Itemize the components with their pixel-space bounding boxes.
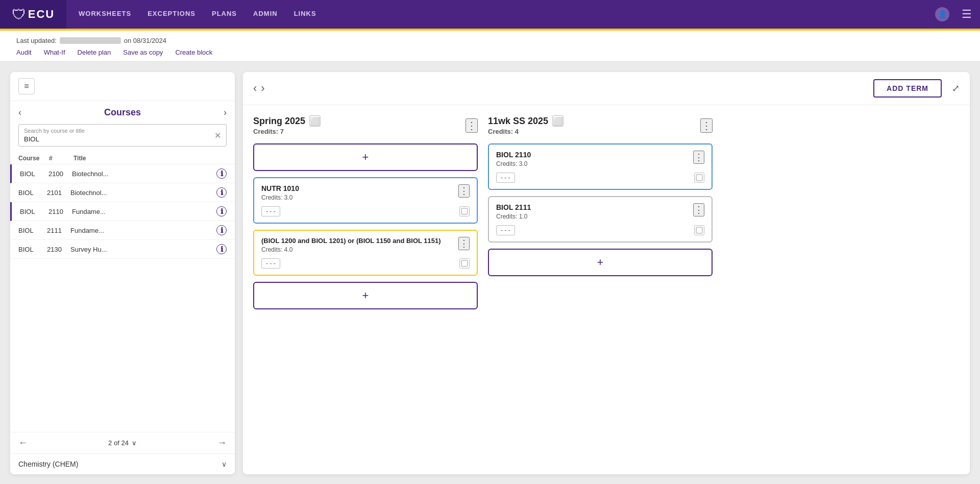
term-title: 11wk SS 2025 ⬜	[488, 115, 564, 127]
course-more-button[interactable]: ⋮	[693, 151, 704, 164]
term-copy-icon[interactable]: ⬜	[552, 115, 564, 127]
course-num: 2110	[48, 208, 69, 215]
course-checkbox[interactable]	[459, 206, 470, 216]
course-info-button[interactable]: ℹ	[216, 187, 227, 198]
list-item[interactable]: BIOL 2100 Biotechnol... ℹ	[10, 164, 235, 183]
terms-grid: Spring 2025 ⬜ Credits: 7 ⋮ +	[243, 105, 970, 474]
col-header-course: Course	[18, 155, 45, 162]
subheader: Last updated: on 08/31/2024 Audit What-I…	[0, 31, 980, 62]
svg-rect-1	[461, 260, 468, 267]
course-card-header: BIOL 2110 Credits: 3.0 ⋮	[496, 151, 704, 167]
search-clear-button[interactable]: ✕	[214, 131, 221, 140]
course-info-button[interactable]: ℹ	[216, 206, 227, 216]
top-nav: 🛡 ECU WORKSHEETS EXCEPTIONS PLANS ADMIN …	[0, 0, 980, 31]
course-card-biol-combo: (BIOL 1200 and BIOL 1201) or (BIOL 1150 …	[253, 230, 478, 276]
chemistry-expand-icon: ∨	[222, 460, 227, 468]
course-more-button[interactable]: ⋮	[458, 184, 470, 198]
course-num: 2100	[48, 170, 69, 178]
last-updated-name-redacted	[60, 37, 121, 44]
course-card-credits: Credits: 3.0	[261, 194, 299, 201]
save-copy-link[interactable]: Save as copy	[123, 49, 163, 56]
create-block-link[interactable]: Create block	[175, 49, 212, 56]
user-profile[interactable]: 👤	[935, 7, 953, 21]
course-dept: BIOL	[18, 246, 44, 253]
course-card-title: BIOL 2111	[496, 203, 531, 211]
content-toolbar: ‹ › ADD TERM ⤢	[243, 72, 970, 105]
course-num: 2101	[47, 189, 67, 197]
term-more-button-spring2025[interactable]: ⋮	[465, 118, 478, 133]
course-more-button[interactable]: ⋮	[458, 237, 470, 250]
list-item[interactable]: BIOL 2110 Fundame... ℹ	[10, 202, 235, 221]
nav-plans[interactable]: PLANS	[212, 1, 237, 28]
pagination-next-button[interactable]: →	[217, 438, 227, 448]
grade-badge[interactable]: - - -	[496, 173, 515, 183]
svg-rect-3	[696, 227, 702, 233]
course-card-header: NUTR 1010 Credits: 3.0 ⋮	[261, 184, 470, 201]
term-credits: Credits: 4	[488, 128, 564, 135]
term-prev-button[interactable]: ‹	[253, 82, 257, 95]
nav-exceptions[interactable]: EXCEPTIONS	[148, 1, 195, 28]
nav-links-item[interactable]: LINKS	[294, 1, 316, 28]
course-info-button[interactable]: ℹ	[216, 168, 227, 179]
audit-link[interactable]: Audit	[16, 49, 32, 56]
add-course-button-spring2025-bottom[interactable]: +	[253, 282, 478, 309]
course-card-header: (BIOL 1200 and BIOL 1201) or (BIOL 1150 …	[261, 237, 470, 253]
term-title: Spring 2025 ⬜	[253, 115, 321, 127]
logo[interactable]: 🛡 ECU	[0, 0, 66, 29]
course-card-nutr1010: NUTR 1010 Credits: 3.0 ⋮ - - -	[253, 177, 478, 224]
course-num: 2130	[47, 246, 67, 253]
content-area: ‹ › ADD TERM ⤢ Spring 2025 ⬜	[243, 72, 970, 474]
term-copy-icon[interactable]: ⬜	[309, 115, 321, 127]
term-credits: Credits: 7	[253, 128, 321, 135]
list-item[interactable]: BIOL 2130 Survey Hu... ℹ	[10, 240, 235, 259]
term-more-button-11wkss2025[interactable]: ⋮	[700, 118, 713, 133]
search-placeholder: Search by course or title	[24, 128, 214, 134]
course-name: Survey Hu...	[70, 246, 213, 253]
course-card-title: BIOL 2110	[496, 151, 531, 159]
nav-links: WORKSHEETS EXCEPTIONS PLANS ADMIN LINKS	[66, 1, 935, 28]
course-name: Biotechnol...	[72, 170, 213, 178]
courses-prev-button[interactable]: ‹	[18, 107, 21, 118]
list-item[interactable]: BIOL 2111 Fundame... ℹ	[10, 221, 235, 240]
term-header-11wkss2025: 11wk SS 2025 ⬜ Credits: 4 ⋮	[488, 115, 713, 135]
nav-admin[interactable]: ADMIN	[253, 1, 278, 28]
course-card-header: BIOL 2111 Credits: 1.0 ⋮	[496, 203, 704, 220]
grade-badge[interactable]: - - -	[261, 206, 280, 216]
term-header-spring2025: Spring 2025 ⬜ Credits: 7 ⋮	[253, 115, 478, 135]
course-card-credits: Credits: 3.0	[496, 160, 531, 167]
course-dept: BIOL	[18, 189, 44, 197]
add-course-button-spring2025-top[interactable]: +	[253, 143, 478, 171]
courses-nav: ‹ Courses ›	[10, 101, 235, 124]
avatar: 👤	[935, 7, 949, 21]
course-more-button[interactable]: ⋮	[693, 203, 704, 216]
add-course-button-11wkss2025-bottom[interactable]: +	[488, 249, 713, 276]
course-name: Fundame...	[72, 208, 213, 215]
course-card-biol2111: BIOL 2111 Credits: 1.0 ⋮ - - -	[488, 196, 713, 243]
course-checkbox[interactable]	[694, 225, 704, 235]
list-item[interactable]: BIOL 2101 Biotechnol... ℹ	[10, 183, 235, 202]
course-checkbox[interactable]	[459, 258, 470, 269]
course-info-button[interactable]: ℹ	[216, 244, 227, 254]
course-checkbox[interactable]	[694, 173, 704, 183]
last-updated-date: on 08/31/2024	[124, 37, 166, 44]
courses-next-button[interactable]: ›	[224, 107, 227, 118]
grade-badge[interactable]: - - -	[496, 225, 515, 235]
term-next-button[interactable]: ›	[261, 82, 264, 95]
fullscreen-button[interactable]: ⤢	[952, 83, 960, 94]
add-term-button[interactable]: ADD TERM	[873, 79, 942, 98]
delete-plan-link[interactable]: Delete plan	[78, 49, 111, 56]
course-info-button[interactable]: ℹ	[216, 225, 227, 235]
nav-worksheets[interactable]: WORKSHEETS	[79, 1, 131, 28]
sidebar-menu-button[interactable]: ≡	[18, 78, 35, 94]
course-dept: BIOL	[20, 208, 45, 215]
grade-badge[interactable]: - - -	[261, 258, 280, 269]
search-input[interactable]	[24, 135, 110, 143]
page-dropdown-button[interactable]: ∨	[132, 439, 137, 447]
pagination-prev-button[interactable]: ←	[18, 438, 28, 448]
shield-icon: 🛡	[12, 6, 26, 23]
hamburger-menu-icon[interactable]: ☰	[962, 8, 972, 21]
course-card-footer: - - -	[261, 206, 470, 216]
whatif-link[interactable]: What-If	[44, 49, 65, 56]
page-text: 2 of 24	[108, 439, 129, 447]
chemistry-section[interactable]: Chemistry (CHEM) ∨	[10, 453, 235, 474]
